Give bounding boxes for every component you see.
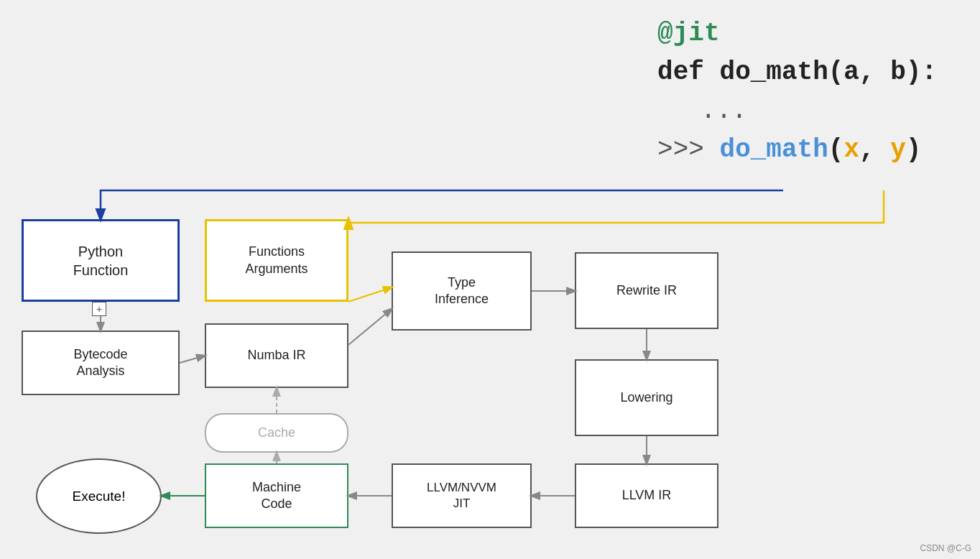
cache-box: Cache <box>205 413 348 453</box>
lowering-label: Lowering <box>620 389 672 406</box>
llvm-nvvm-jit-box: LLVM/NVVMJIT <box>392 463 532 528</box>
def-keyword: def <box>657 57 719 87</box>
svg-line-2 <box>180 356 205 363</box>
watermark: CSDN @C-G <box>920 543 971 553</box>
prompt: >>> <box>657 135 719 165</box>
cache-label: Cache <box>258 425 295 440</box>
call-open: ( <box>828 135 844 165</box>
llvm-ir-label: LLVM IR <box>622 487 672 504</box>
expand-icon: + <box>92 302 106 316</box>
rewrite-ir-box: Rewrite IR <box>575 252 718 329</box>
func-args: (a, b): <box>828 57 937 87</box>
code-line-call: >>> do_math(x, y) <box>657 131 937 170</box>
call-func: do_math <box>720 135 828 165</box>
code-block: @jit def do_math(a, b): ... >>> do_math(… <box>657 14 937 170</box>
python-function-label: PythonFunction <box>73 242 129 280</box>
arg-y: y <box>890 135 906 165</box>
execute-box: Execute! <box>36 458 162 534</box>
bytecode-analysis-label: BytecodeAnalysis <box>73 346 127 380</box>
func-name: do_math <box>720 57 828 87</box>
execute-label: Execute! <box>73 489 126 504</box>
llvm-nvvm-jit-label: LLVM/NVVMJIT <box>427 480 496 512</box>
call-comma: , <box>859 135 890 165</box>
machine-code-label: MachineCode <box>252 479 301 513</box>
type-inference-label: TypeInference <box>435 274 489 308</box>
svg-line-3 <box>348 309 392 345</box>
rewrite-ir-label: Rewrite IR <box>616 282 677 299</box>
main-container: @jit def do_math(a, b): ... >>> do_math(… <box>0 0 980 559</box>
code-line-dots: ... <box>657 92 937 131</box>
llvm-ir-box: LLVM IR <box>575 463 718 528</box>
functions-arguments-box: FunctionsArguments <box>205 219 348 302</box>
python-function-box: PythonFunction <box>22 219 180 302</box>
code-line-jit: @jit <box>657 14 937 53</box>
functions-arguments-label: FunctionsArguments <box>245 244 308 277</box>
machine-code-box: MachineCode <box>205 463 348 528</box>
jit-decorator: @jit <box>657 19 719 48</box>
numba-ir-box: Numba IR <box>205 323 348 388</box>
dots: ... <box>657 96 747 126</box>
arg-x: x <box>843 135 859 165</box>
bytecode-analysis-box: BytecodeAnalysis <box>22 331 180 395</box>
type-inference-box: TypeInference <box>392 251 532 331</box>
lowering-box: Lowering <box>575 359 718 436</box>
code-line-def: def do_math(a, b): <box>657 53 937 92</box>
numba-ir-label: Numba IR <box>247 347 305 364</box>
call-close: ) <box>906 135 922 165</box>
svg-line-0 <box>348 287 392 302</box>
